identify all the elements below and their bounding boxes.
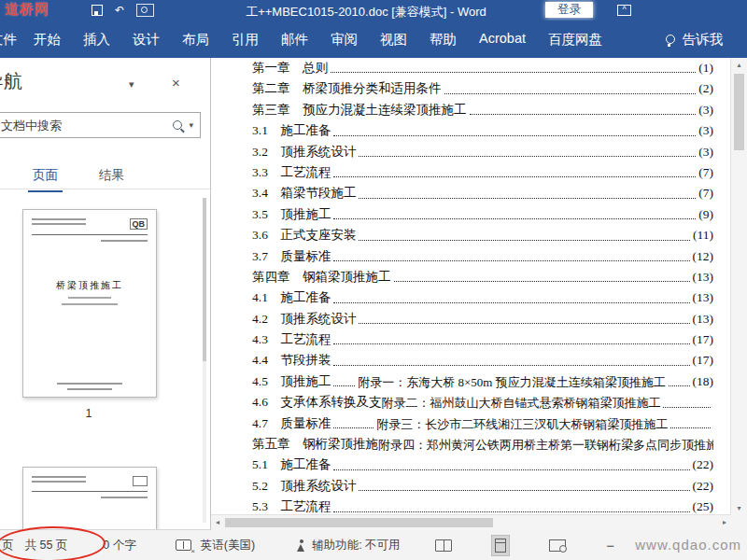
site-watermark-bottom: www.qdao.com (635, 537, 741, 553)
toc-entry[interactable]: 第四章 钢箱梁顶推施工(13) (252, 267, 713, 287)
dot-leader (333, 350, 689, 371)
print-layout-icon (495, 539, 506, 553)
toc-entry-page: (18) (693, 371, 713, 392)
navigation-search-box: ▾ (0, 112, 201, 138)
toc-entry[interactable]: 第五章 钢桁梁顶推施附录四：郑州黄河公铁两用桥主桥第一联钢桁梁多点同步顶推施工 (252, 434, 713, 455)
toc-entry-page: (13) (693, 267, 714, 287)
accessibility-icon (296, 539, 306, 552)
toc-entry-page: (12) (693, 246, 714, 267)
scroll-down-icon[interactable]: ▾ (731, 501, 747, 515)
search-icon[interactable] (173, 120, 182, 130)
dot-leader (359, 183, 696, 203)
ribbon-tab[interactable]: 审阅 (319, 31, 369, 49)
lightbulb-icon (666, 35, 675, 44)
horizontal-scrollbar[interactable]: ◂ ▸ (211, 514, 731, 530)
ribbon-tab[interactable]: 开始 (22, 31, 72, 49)
toc-entry[interactable]: 5.2 顶推系统设计(22) (252, 476, 713, 497)
toc-entry[interactable]: 4.4 节段拼装(17) (252, 350, 713, 371)
scroll-up-icon[interactable]: ▴ (731, 58, 747, 72)
vertical-scrollbar[interactable]: ▴ ▾ (730, 58, 747, 515)
tell-me-label: 告诉我 (683, 31, 724, 49)
ribbon-tab-bar: 文件 开始插入设计布局引用邮件审阅视图帮助Acrobat百度网盘 告诉我 (0, 21, 747, 58)
toc-entry[interactable]: 5.1 施工准备(22) (252, 455, 713, 475)
toc-entry-page: (7) (698, 162, 713, 183)
dot-leader (333, 162, 696, 183)
close-icon[interactable]: × (172, 75, 180, 91)
toc-entry[interactable]: 第一章 总则(1) (252, 58, 713, 78)
dot-leader (333, 120, 696, 141)
nav-pane-scrollbar[interactable] (203, 198, 206, 523)
search-input[interactable] (0, 119, 171, 133)
read-mode-button[interactable] (432, 537, 455, 554)
ribbon-tab[interactable]: Acrobat (468, 31, 537, 49)
ribbon-tab[interactable]: 邮件 (270, 31, 319, 49)
ribbon-tab[interactable]: 布局 (171, 31, 220, 49)
toc-entry-text: 3.5 顶推施工 (252, 204, 331, 225)
toc-entry-text: 4.7 质量标准 (252, 413, 331, 434)
toc-entry[interactable]: 4.6 支承体系转换及支附录二：福州鼓山大桥自锚式悬索桥钢箱梁顶推施工 (252, 392, 713, 413)
toc-entry[interactable]: 第二章 桥梁顶推分类和适用条件(2) (252, 78, 713, 99)
scroll-right-icon[interactable]: ▸ (718, 515, 731, 530)
ribbon-tab[interactable]: 视图 (369, 31, 418, 49)
toc-entry[interactable]: 3.3 工艺流程(7) (252, 162, 713, 183)
toc-entry[interactable]: 3.4 箱梁节段施工(7) (252, 183, 713, 203)
page-count[interactable]: 共 55 页 (25, 538, 68, 553)
scrollbar-thumb[interactable] (734, 74, 744, 150)
language-indicator[interactable]: 英语(美国) (201, 538, 255, 553)
toc-entry-text: 第一章 总则 (252, 58, 328, 78)
cover-footer (23, 379, 156, 390)
scroll-left-icon[interactable]: ◂ (211, 515, 224, 530)
ribbon-tab[interactable]: 设计 (121, 31, 171, 49)
toc-entry-text: 3.3 工艺流程 (252, 162, 331, 183)
magnifier-icon[interactable] (136, 4, 154, 17)
cover-rule (32, 234, 148, 235)
page-indicator[interactable]: 页 (2, 538, 14, 553)
toc-entry-page: (17) (693, 329, 714, 350)
toc-entry-page: (17) (693, 350, 714, 371)
undo-icon[interactable]: ↶ (115, 5, 124, 16)
appendix-entry-text: 附录三：长沙市二环线湘江三汊矶大桥钢箱梁顶推施工 (376, 414, 668, 434)
toc-entry[interactable]: 4.5 顶推施工附录一：东海大桥 8×50m 预应力混凝土连续箱梁顶推施工(18… (252, 371, 713, 392)
print-layout-button[interactable] (492, 536, 509, 555)
toc-entry-text: 4.5 顶推施工 (252, 371, 331, 392)
tab-file[interactable]: 文件 (0, 31, 22, 49)
scrollbar-thumb[interactable] (225, 518, 493, 527)
toc-entry[interactable]: 第三章 预应力混凝土连续梁顶推施工(3) (252, 100, 713, 120)
tell-me-button[interactable]: 告诉我 (666, 31, 747, 49)
cover-number-line (101, 497, 148, 498)
ribbon-tab[interactable]: 插入 (72, 31, 121, 49)
ribbon-tab[interactable]: 百度网盘 (537, 31, 613, 49)
ribbon-tab[interactable]: 引用 (220, 31, 270, 49)
toc-entry[interactable]: 3.1 施工准备(3) (252, 120, 713, 141)
toc-entry[interactable]: 4.2 顶推系统设计(13) (252, 309, 713, 329)
toc-entry-page: (13) (693, 309, 714, 329)
toc-entry[interactable]: 3.2 顶推系统设计(3) (252, 142, 713, 162)
toc-entry[interactable]: 3.5 顶推施工(9) (252, 204, 713, 225)
toc-entry-page: (3) (698, 100, 713, 120)
page-thumbnail-2[interactable] (22, 467, 157, 530)
read-mode-icon (435, 539, 452, 552)
appendix-entry-text: 附录一：东海大桥 8×50m 预应力混凝土连续箱梁顶推施工 (358, 372, 665, 392)
search-dropdown-icon[interactable]: ▾ (184, 120, 200, 130)
ribbon-tab[interactable]: 帮助 (418, 31, 468, 49)
zoom-out-button[interactable]: − (606, 538, 614, 553)
chevron-down-icon[interactable]: ▾ (129, 78, 134, 91)
page-thumbnail-1[interactable]: QB 桥梁顶推施工 (22, 209, 157, 398)
web-layout-button[interactable] (546, 537, 569, 554)
ribbon-display-options-icon[interactable] (617, 5, 631, 16)
word-count[interactable]: 0 个字 (103, 538, 135, 553)
scrollbar-thumb[interactable] (203, 198, 206, 361)
toc-entry[interactable]: 3.7 质量标准(12) (252, 246, 713, 267)
toc-entry[interactable]: 4.7 质量标准附录三：长沙市二环线湘江三汊矶大桥钢箱梁顶推施工 (252, 413, 713, 434)
accessibility-status[interactable]: 辅助功能: 不可用 (312, 538, 400, 553)
save-icon[interactable] (92, 5, 103, 16)
site-watermark-top: 道桥网 (5, 1, 49, 19)
sign-in-button[interactable]: 登录 (545, 2, 593, 18)
proofing-icon[interactable] (176, 539, 191, 551)
toc-entry[interactable]: 4.1 施工准备(13) (252, 287, 713, 308)
toc-entry[interactable]: 3.6 正式支座安装(11) (252, 225, 713, 245)
toc-entry-page: (22) (693, 455, 714, 475)
document-area[interactable]: 第一章 总则(1)第二章 桥梁顶推分类和适用条件(2)第三章 预应力混凝土连续梁… (211, 58, 747, 530)
toc-entry[interactable]: 4.3 工艺流程(17) (252, 329, 713, 350)
quick-access-toolbar: ↶ (92, 4, 154, 17)
